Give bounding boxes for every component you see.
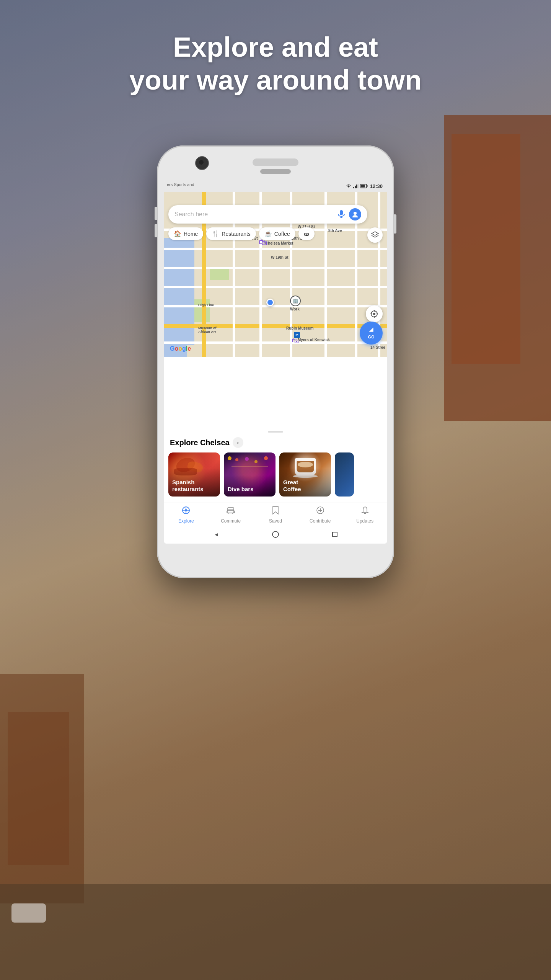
commute-nav-icon [227, 506, 235, 517]
explore-icon-svg [182, 506, 190, 514]
bell-icon-svg [361, 506, 369, 514]
wifi-icon [346, 184, 352, 188]
go-button[interactable]: GO [360, 322, 383, 345]
status-icons [346, 184, 368, 188]
commute-nav-label: Commute [221, 518, 241, 524]
road-h5 [164, 305, 387, 307]
phone-speaker [253, 158, 298, 166]
card-dive-bars[interactable]: Dive bars [224, 452, 276, 497]
layer-button[interactable] [367, 227, 383, 243]
svg-rect-3 [356, 185, 357, 188]
back-icon: ◄ [214, 531, 219, 537]
chip-restaurants-label: Restaurants [222, 231, 250, 237]
chip-more-icon: 🎟 [304, 231, 309, 237]
svg-rect-7 [360, 185, 365, 188]
restaurants-chip-icon: 🍴 [212, 230, 219, 237]
power-button[interactable] [394, 214, 396, 234]
updates-nav-label: Updates [356, 518, 373, 524]
bottom-nav: Explore Commute [164, 503, 387, 525]
svg-point-21 [185, 509, 187, 511]
headline: Explore and eat your way around town [0, 31, 551, 97]
work-pin: 🏢 Work [290, 296, 301, 311]
vol-down-button[interactable] [155, 224, 157, 237]
explore-nav-icon [182, 506, 190, 517]
map-area[interactable]: W 18th St W 19th St W 20th St W 21st St … [164, 192, 387, 357]
home-button[interactable] [271, 530, 280, 539]
home-chip-icon: 🏠 [174, 230, 181, 237]
back-button[interactable]: ◄ [212, 530, 221, 539]
headline-line2: your way around town [0, 64, 551, 96]
card-spanish-restaurants[interactable]: Spanishrestaurants [168, 452, 220, 497]
map-label-chelsea: Chelsea Market [265, 241, 293, 245]
phone-shell: ers Sports and [157, 145, 394, 578]
bg-building-right2 [452, 134, 520, 364]
contribute-icon-svg [316, 506, 324, 514]
svg-rect-22 [228, 508, 234, 513]
road-h2 [164, 248, 387, 250]
chip-restaurants[interactable]: 🍴 Restaurants [206, 227, 256, 240]
current-location-dot [266, 299, 274, 306]
svg-marker-0 [347, 185, 350, 188]
svg-rect-1 [353, 187, 354, 188]
nav-updates[interactable]: Updates [342, 506, 387, 524]
bg-street [0, 884, 551, 980]
location-button[interactable] [366, 305, 383, 322]
explore-title: Explore Chelsea [170, 438, 230, 447]
explore-header: Explore Chelsea › [164, 436, 387, 452]
myers-pin: 🛍 [292, 337, 299, 345]
chip-more[interactable]: 🎟 [298, 227, 315, 240]
signal-icon [353, 184, 359, 188]
explore-nav-label: Explore [178, 518, 194, 524]
recent-square-icon [332, 532, 337, 537]
chip-coffee[interactable]: ☕ Coffee [259, 227, 295, 240]
contribute-nav-icon [316, 506, 324, 517]
svg-marker-12 [372, 232, 378, 235]
phone-earpiece [260, 169, 291, 174]
chip-home[interactable]: 🏠 Home [168, 227, 203, 240]
nav-explore[interactable]: Explore [164, 506, 209, 524]
card-great-coffee[interactable]: GreatCoffee [279, 452, 331, 497]
svg-point-14 [373, 313, 375, 315]
nav-contribute[interactable]: Contribute [298, 506, 342, 524]
recent-button[interactable] [330, 530, 339, 539]
category-chips: 🏠 Home 🍴 Restaurants ☕ Coffee 🎟 [168, 227, 387, 240]
green-block1 [210, 269, 229, 280]
nav-saved[interactable]: Saved [253, 506, 298, 524]
saved-nav-icon [272, 506, 279, 517]
map-label-14st: 14 Stree [370, 345, 385, 350]
bg-building-left2 [8, 712, 69, 865]
search-bar[interactable]: Search here [168, 205, 367, 224]
work-label: Work [290, 307, 301, 311]
mic-icon[interactable] [337, 210, 346, 219]
microphone-svg [338, 210, 345, 219]
svg-rect-2 [355, 186, 356, 188]
chip-coffee-label: Coffee [274, 231, 290, 237]
svg-rect-8 [340, 210, 343, 215]
nav-commute[interactable]: Commute [209, 506, 253, 524]
layers-icon [371, 231, 379, 239]
chip-home-label: Home [184, 231, 198, 237]
search-placeholder: Search here [174, 211, 337, 218]
bookmark-icon-svg [272, 506, 279, 514]
vol-up-button[interactable] [155, 207, 157, 220]
phone-screen: ers Sports and [164, 180, 387, 544]
coffee-chip-icon: ☕ [264, 230, 272, 237]
svg-point-11 [354, 212, 357, 215]
headline-line1: Explore and eat [0, 31, 551, 64]
card-fourth-img [335, 452, 354, 497]
go-label: GO [368, 335, 374, 339]
svg-marker-19 [369, 328, 375, 334]
phone-camera [195, 156, 209, 170]
target-icon [370, 310, 378, 318]
saved-nav-label: Saved [269, 518, 282, 524]
sheet-handle [268, 431, 283, 433]
user-avatar[interactable] [349, 208, 361, 220]
svg-rect-4 [358, 184, 359, 188]
card-fourth[interactable] [335, 452, 354, 497]
bg-car [11, 903, 46, 923]
contribute-nav-label: Contribute [310, 518, 331, 524]
map-label-rubin: Rubin Museum [286, 326, 314, 330]
account-icon [352, 211, 359, 218]
map-label-myers: Myers of Keswick [298, 338, 330, 342]
explore-arrow-button[interactable]: › [233, 437, 243, 448]
